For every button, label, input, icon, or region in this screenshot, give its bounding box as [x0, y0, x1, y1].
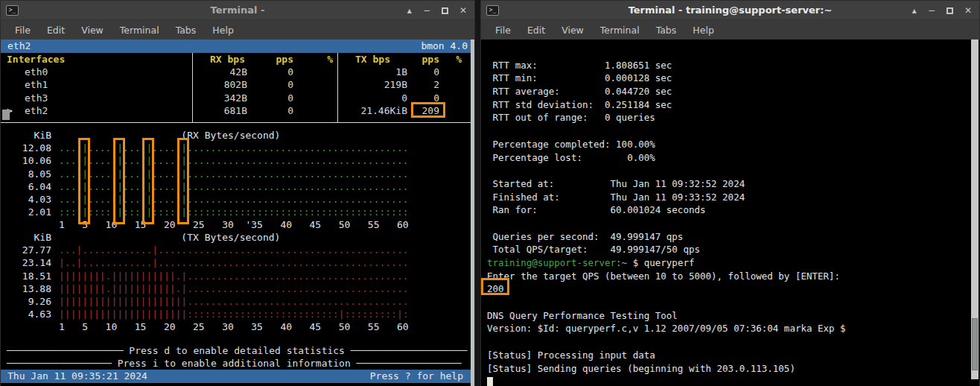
statusbar-help-hint: Press ? for help — [370, 370, 463, 383]
rx-bps-value: 42B — [192, 66, 252, 78]
rx-ytick: 8.05 — [7, 168, 51, 180]
scrollbar-thumb[interactable] — [972, 318, 978, 370]
hint-detailed-statistics: ──────────────────── Press d to enable d… — [7, 344, 467, 357]
close-icon[interactable]: ✕ — [459, 6, 467, 15]
col-tx-pct: % — [444, 53, 466, 66]
titlebar[interactable]: >_ Terminal - training@support-server:~ … — [481, 1, 979, 20]
col-rx-pps: pps — [252, 53, 298, 66]
menu-view[interactable]: View — [73, 22, 112, 38]
terminal-line-rtt-min: RTT min: 0.000128 sec — [487, 72, 979, 85]
menu-terminal[interactable]: Terminal — [592, 22, 648, 38]
bmon-topbar: eth2 bmon 4.0 — [1, 39, 474, 53]
rx-graph-row: ....|.....|....|.....|..................… — [59, 142, 409, 154]
rx-pps-value: 0 — [252, 104, 298, 117]
rx-bps-value: 681B — [192, 104, 252, 117]
terminal-line-status-sending: [Status] Sending queries (beginning with… — [487, 362, 979, 376]
menu-file[interactable]: File — [7, 22, 39, 38]
rx-graph-unit: KiB — [7, 129, 51, 142]
terminal-line-percentage-completed: Percentage completed: 100.00% — [487, 138, 979, 151]
bmon-selected-interface: eth2 — [7, 39, 31, 53]
menu-tabs[interactable]: Tabs — [648, 22, 685, 38]
scrollbar[interactable] — [471, 39, 474, 386]
terminal-line-total-qps-target: Total QPS/target: 49.999147/50 qps — [487, 243, 979, 256]
tx-bps-value: 21.46KiB — [337, 104, 418, 117]
bmon-version: bmon 4.0 — [421, 39, 468, 53]
table-column-separator — [192, 53, 193, 122]
col-interfaces: Interfaces — [7, 53, 192, 66]
rx-graph-row: ....|.....|....|.....|..................… — [59, 155, 409, 166]
tx-ytick: 13.88 — [7, 282, 51, 295]
terminal-line-rtt-out-of-range: RTT out of range: 0 queries — [487, 111, 979, 124]
annotation-box-rx-spike-1 — [78, 138, 90, 224]
col-rx-pct: % — [298, 53, 337, 66]
tx-bps-value: 219B — [337, 78, 418, 91]
tx-graph-xaxis: 1 5 10 15 20 25 30 35 40 45 50 55 60 — [59, 321, 409, 332]
menu-terminal[interactable]: Terminal — [112, 22, 168, 38]
table-row-eth1: eth1 802B 0 219B 2 — [1, 78, 474, 91]
maximize-icon[interactable] — [442, 7, 448, 14]
prompt-user-host: training@support-server — [487, 257, 616, 268]
tx-ytick: 18.51 — [7, 270, 51, 282]
maximize-icon[interactable] — [946, 7, 953, 14]
terminal-line-rtt-average: RTT average: 0.044720 sec — [487, 85, 979, 98]
tx-ytick: 23.14 — [7, 256, 51, 269]
rx-graph-row: ....|.....|....|.....|..................… — [59, 181, 409, 192]
tx-pps-value: 0 — [418, 66, 444, 78]
table-row-eth0: eth0 42B 0 1B 0 — [1, 66, 474, 78]
interface-name: eth3 — [13, 92, 48, 104]
table-row-eth3: eth3 342B 0 0 0 — [1, 92, 474, 104]
menu-file[interactable]: File — [487, 22, 519, 38]
menu-edit[interactable]: Edit — [39, 22, 73, 38]
terminal-line — [487, 296, 979, 309]
annotation-box-rx-spike-4 — [177, 138, 189, 224]
minimize-icon[interactable]: − — [423, 6, 430, 15]
window-title: Terminal - training@support-server:~ — [563, 4, 897, 16]
terminal-line-percentage-lost: Percentage lost: 0.00% — [487, 151, 979, 165]
rx-graph-row: ....|.....|....|.....|..................… — [59, 168, 409, 180]
titlebar[interactable]: >_ Terminal - ▴ − ✕ — [1, 1, 474, 20]
rx-pps-value: 0 — [252, 66, 298, 78]
tx-bps-value: 1B — [337, 66, 418, 78]
minimize-icon[interactable]: − — [928, 6, 935, 15]
terminal-line-finished-at: Finished at: Thu Jan 11 09:33:52 2024 — [487, 191, 979, 204]
menubar: File Edit View Terminal Tabs Help — [481, 20, 979, 39]
menubar: File Edit View Terminal Tabs Help — [1, 20, 474, 39]
menu-help[interactable]: Help — [204, 22, 242, 38]
rx-ytick: 10.06 — [7, 154, 51, 167]
rx-graph-xaxis: 1 5 10 15 20 25 30 '35 40 45 50 55 60 — [59, 219, 409, 230]
menu-view[interactable]: View — [553, 22, 592, 38]
prompt-command: $ queryperf — [627, 257, 694, 268]
row-marker — [7, 92, 13, 104]
shade-icon[interactable]: ▴ — [912, 6, 917, 15]
terminal-line-tool-version: Version: $Id: queryperf.c,v 1.12 2007/09… — [487, 322, 979, 335]
tx-graph: KiB (TX Bytes/second) 27.77...|.........… — [7, 231, 409, 334]
tx-graph-row: ...|............|.......................… — [59, 244, 409, 256]
tx-ytick: 4.63 — [7, 308, 51, 320]
shade-icon[interactable]: ▴ — [407, 6, 412, 15]
close-icon[interactable]: ✕ — [964, 6, 972, 15]
rx-graph-row: ::::|:::::|::::|:::::|::::::::::::::::::… — [59, 206, 409, 218]
col-tx-bps: TX bps — [337, 53, 418, 66]
terminal-app-icon: >_ — [486, 5, 499, 16]
menu-help[interactable]: Help — [684, 22, 722, 38]
rx-ytick: 6.04 — [7, 180, 51, 193]
col-rx-bps: RX bps — [192, 53, 252, 66]
menu-tabs[interactable]: Tabs — [168, 22, 205, 38]
annotation-box-qps-200 — [481, 278, 509, 295]
shell-prompt-line: training@support-server:~ $ queryperf — [487, 256, 979, 270]
terminal-line — [487, 124, 979, 138]
rx-graph-title: (RX Bytes/second) — [59, 130, 280, 141]
interface-name: eth0 — [13, 66, 48, 77]
rx-ytick: 12.08 — [7, 142, 51, 154]
terminal-line-started-at: Started at: Thu Jan 11 09:32:52 2024 — [487, 177, 979, 191]
menu-edit[interactable]: Edit — [519, 22, 553, 38]
annotation-box-tx-pps-209 — [411, 102, 445, 118]
rx-bps-value: 342B — [192, 92, 252, 104]
terminal-line-rtt-std-deviation: RTT std deviation: 0.251184 sec — [487, 98, 979, 112]
cursor-line — [487, 375, 979, 386]
interface-name: eth2 — [13, 105, 48, 116]
terminal-app-icon: >_ — [6, 5, 19, 16]
scrollbar[interactable] — [971, 39, 979, 379]
terminal-line-qps-question: Enter the target QPS (between 10 to 5000… — [487, 270, 979, 283]
terminal-cursor-block — [2, 110, 10, 120]
